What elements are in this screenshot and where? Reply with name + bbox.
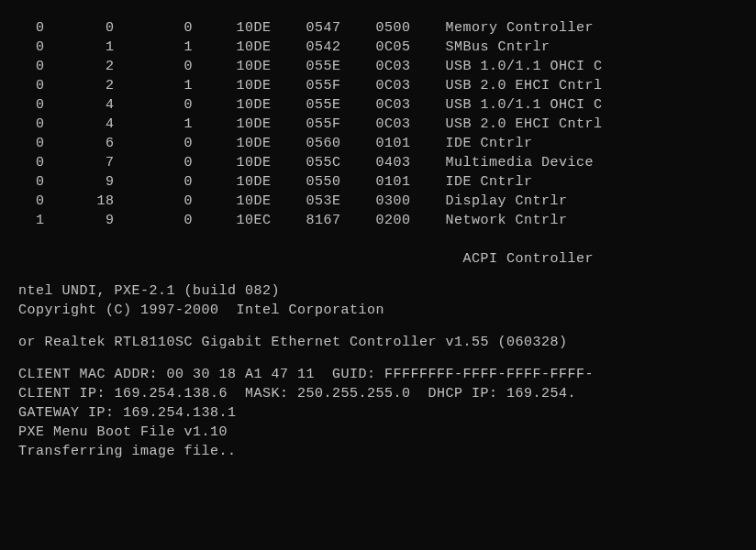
pci-row: 0 7 0 10DE 055C 0403 Multimedia Device xyxy=(18,153,738,172)
pci-row: 0 0 0 10DE 0547 0500 Memory Controller xyxy=(18,18,738,38)
pci-device-table: 0 0 0 10DE 0547 0500 Memory Controller 0… xyxy=(18,18,738,230)
pci-row: 0 18 0 10DE 053E 0300 Display Cntrlr xyxy=(18,192,738,211)
pxe-status: ntel UNDI, PXE-2.1 (build 082) Copyright… xyxy=(18,281,738,461)
pxe-transfer: Transferring image file.. xyxy=(18,442,738,461)
pxe-mac: CLIENT MAC ADDR: 00 30 18 A1 47 11 GUID:… xyxy=(18,365,738,384)
pci-row: 0 6 0 10DE 0560 0101 IDE Cntrlr xyxy=(18,134,738,153)
extra-device-row: ACPI Controller xyxy=(18,230,738,269)
pxe-line1: ntel UNDI, PXE-2.1 (build 082) xyxy=(18,281,738,301)
pxe-client-ip: CLIENT IP: 169.254.138.6 MASK: 250.255.2… xyxy=(18,384,738,403)
pxe-gateway: GATEWAY IP: 169.254.138.1 xyxy=(18,403,738,423)
pxe-copyright: Copyright (C) 1997-2000 Intel Corporatio… xyxy=(18,301,738,320)
pci-row: 0 9 0 10DE 0550 0101 IDE Cntrlr xyxy=(18,172,738,192)
pxe-menu: PXE Menu Boot File v1.10 xyxy=(18,423,738,442)
pci-row: 1 9 0 10EC 8167 0200 Network Cntrlr xyxy=(18,211,738,230)
extra-device-name: ACPI Controller xyxy=(36,251,594,267)
pci-row: 0 4 1 10DE 055F 0C03 USB 2.0 EHCI Cntrl xyxy=(18,115,738,134)
pci-row: 0 1 1 10DE 0542 0C05 SMBus Cntrlr xyxy=(18,38,738,57)
pci-row: 0 2 1 10DE 055F 0C03 USB 2.0 EHCI Cntrl xyxy=(18,76,738,95)
pci-row: 0 2 0 10DE 055E 0C03 USB 1.0/1.1 OHCI C xyxy=(18,57,738,76)
pci-row: 0 4 0 10DE 055E 0C03 USB 1.0/1.1 OHCI C xyxy=(18,95,738,115)
pxe-nic: or Realtek RTL8110SC Gigabit Ethernet Co… xyxy=(18,333,738,352)
